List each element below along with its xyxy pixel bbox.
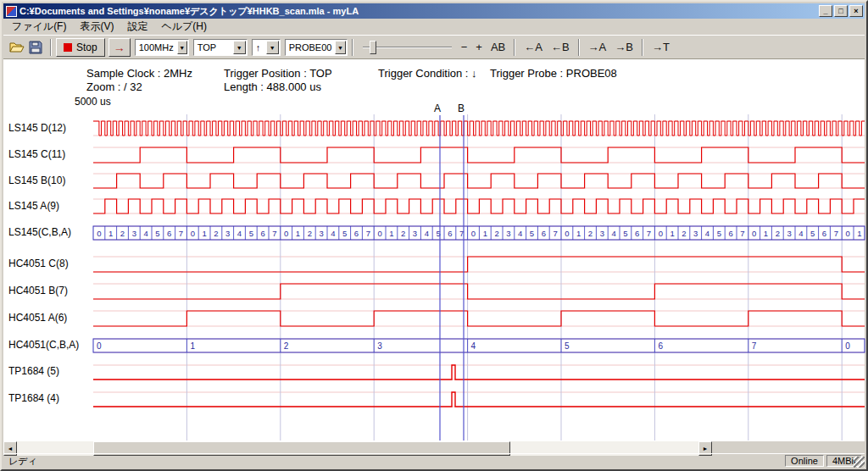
- goto-marker-a-right-button[interactable]: →A: [584, 39, 611, 55]
- chevron-down-icon[interactable]: ▼: [233, 41, 246, 54]
- zoom-slider[interactable]: [363, 39, 452, 56]
- signal-label-2: LS145 B(10): [8, 175, 65, 186]
- time-scale-label: 5000 us: [75, 96, 111, 108]
- maximize-icon[interactable]: □: [834, 5, 848, 17]
- toolbar: Stop → 100MHz ▼ TOP ▼ ↑ ▼ PROBE00 ▼ − + …: [3, 35, 865, 59]
- trigger-probe-value: PROBE00: [286, 42, 336, 53]
- signal-label-9: TP1684 (5): [8, 365, 59, 377]
- waveform-view: [3, 59, 865, 441]
- status-ready: レディ: [3, 455, 785, 468]
- title-bar[interactable]: C:¥Documents and Settings¥noname¥デスクトップ¥…: [3, 3, 865, 19]
- menu-settings[interactable]: 設定: [120, 18, 154, 36]
- resize-grip[interactable]: [854, 457, 865, 468]
- sample-clock-select[interactable]: 100MHz ▼: [135, 39, 189, 56]
- toolbar-separator: [50, 39, 52, 56]
- toolbar-separator: [352, 39, 353, 56]
- goto-trigger-button[interactable]: →T: [648, 39, 674, 55]
- minimize-icon[interactable]: _: [819, 5, 832, 17]
- stop-square-icon: [64, 43, 72, 52]
- signal-label-5: HC4051 C(8): [8, 258, 69, 269]
- status-online: Online: [785, 455, 824, 467]
- run-button[interactable]: →: [108, 38, 131, 57]
- chevron-down-icon[interactable]: ▼: [335, 41, 345, 54]
- stop-button[interactable]: Stop: [56, 38, 105, 57]
- trigger-position-value: TOP: [194, 42, 233, 53]
- close-icon[interactable]: ×: [849, 5, 863, 17]
- open-file-icon[interactable]: [8, 39, 25, 56]
- menu-view[interactable]: 表示(V): [73, 18, 120, 36]
- sample-clock-value: 100MHz: [136, 42, 177, 53]
- trigger-edge-select[interactable]: ↑ ▼: [252, 39, 281, 56]
- zoom-info: Zoom : / 32: [86, 80, 142, 93]
- window-title: C:¥Documents and Settings¥noname¥デスクトップ¥…: [19, 5, 817, 18]
- trigger-condition-info: Trigger Condition : ↓: [378, 67, 477, 80]
- app-icon: [6, 6, 17, 17]
- signal-label-0: LS145 D(12): [8, 122, 66, 134]
- signal-label-4: LS145(C,B,A): [8, 226, 71, 238]
- length-info: Length : 488.000 us: [224, 80, 321, 93]
- zoom-slider-thumb[interactable]: [370, 41, 376, 54]
- goto-marker-b-left-button[interactable]: ←B: [547, 39, 574, 55]
- stop-label: Stop: [76, 42, 97, 53]
- signal-label-7: HC4051 A(6): [8, 312, 67, 324]
- app-window: C:¥Documents and Settings¥noname¥デスクトップ¥…: [0, 0, 868, 471]
- menu-help[interactable]: ヘルプ(H): [154, 18, 214, 36]
- ab-button[interactable]: AB: [487, 39, 509, 55]
- toolbar-separator: [642, 39, 643, 56]
- signal-label-10: TP1684 (4): [8, 392, 59, 404]
- toolbar-separator: [578, 39, 580, 56]
- zoom-in-button[interactable]: +: [471, 39, 487, 55]
- save-icon[interactable]: [27, 39, 44, 56]
- trigger-probe-select[interactable]: PROBE00 ▼: [285, 39, 348, 56]
- trigger-position-info: Trigger Position : TOP: [224, 67, 332, 80]
- menu-file[interactable]: ファイル(F): [5, 18, 73, 36]
- menu-bar: ファイル(F) 表示(V) 設定 ヘルプ(H): [3, 19, 865, 35]
- toolbar-separator: [514, 39, 515, 56]
- trigger-position-select[interactable]: TOP ▼: [193, 39, 248, 56]
- signal-label-1: LS145 C(11): [8, 148, 65, 160]
- status-bar: レディ Online 4MBit: [3, 453, 865, 468]
- trigger-probe-info: Trigger Probe : PROBE08: [490, 67, 617, 80]
- sample-clock-info: Sample Clock : 2MHz: [86, 67, 192, 80]
- chevron-down-icon[interactable]: ▼: [177, 41, 187, 54]
- chevron-down-icon[interactable]: ▼: [266, 41, 279, 54]
- signal-label-8: HC4051(C,B,A): [8, 339, 79, 351]
- goto-marker-b-right-button[interactable]: →B: [610, 39, 637, 55]
- trigger-edge-value: ↑: [253, 42, 266, 53]
- signal-label-3: LS145 A(9): [8, 200, 59, 212]
- signal-label-6: HC4051 B(7): [8, 285, 68, 296]
- goto-marker-a-left-button[interactable]: ←A: [520, 39, 547, 55]
- zoom-out-button[interactable]: −: [457, 39, 472, 55]
